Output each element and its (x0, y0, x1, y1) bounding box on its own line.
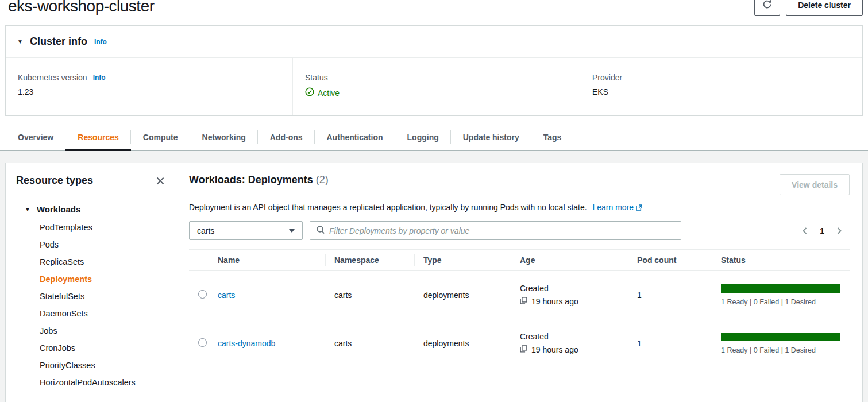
sidebar-title: Resource types (16, 175, 93, 187)
tab-update-history[interactable]: Update history (451, 124, 531, 150)
header-actions: Delete cluster (754, 0, 863, 16)
chevron-down-icon (289, 229, 295, 233)
deployment-name-link[interactable]: carts (218, 291, 235, 300)
kubernetes-version-info-link[interactable]: Info (93, 74, 106, 82)
deployments-table: Name Namespace Type Age Pod count Status… (189, 249, 850, 368)
field-label: Kubernetes version Info (18, 73, 280, 82)
field-kubernetes-version: Kubernetes version Info 1.23 (6, 58, 293, 115)
sidebar-item-cronjobs[interactable]: CronJobs (40, 339, 165, 357)
field-label: Status (305, 73, 568, 82)
table-row: carts-dynamodb carts deployments Created… (189, 319, 850, 368)
chevron-down-icon: ▼ (17, 38, 23, 45)
sidebar-item-jobs[interactable]: Jobs (40, 322, 165, 339)
delete-cluster-button[interactable]: Delete cluster (786, 0, 863, 16)
filter-row: carts 1 (189, 221, 850, 240)
page-title: eks-workshop-cluster (8, 0, 860, 15)
tab-resources[interactable]: Resources (65, 124, 131, 150)
next-page-icon[interactable] (836, 227, 843, 235)
cell-namespace: carts (325, 271, 414, 319)
panel-title: Workloads: Deployments (2) (189, 174, 329, 186)
chevron-down-icon: ▼ (25, 202, 30, 218)
resources-panel: Resource types ▼ Workloads PodTemplates … (5, 163, 863, 402)
deployments-panel: Workloads: Deployments (2) View details … (176, 163, 862, 402)
cluster-info-info-link[interactable]: Info (94, 38, 107, 46)
column-header-pod-count: Pod count (628, 250, 712, 271)
tab-networking[interactable]: Networking (190, 124, 258, 150)
pagination: 1 (801, 226, 850, 235)
cell-pod-count: 1 (628, 271, 712, 319)
status-badge: Active (305, 87, 568, 98)
refresh-button[interactable] (754, 0, 780, 16)
sidebar-item-statefulsets[interactable]: StatefulSets (40, 288, 165, 305)
column-header-type: Type (414, 250, 511, 271)
cell-status: 1 Ready | 0 Failed | 1 Desired (712, 319, 850, 368)
age-created-label: Created (520, 284, 619, 293)
resource-tree: ▼ Workloads PodTemplates Pods ReplicaSet… (16, 202, 165, 391)
age-created-label: Created (520, 332, 619, 341)
cell-age: Created 19 hours ago (511, 319, 628, 368)
tab-tags[interactable]: Tags (531, 124, 574, 150)
cell-namespace: carts (325, 319, 414, 368)
cluster-info-header[interactable]: ▼ Cluster info Info (6, 26, 862, 58)
deployment-name-link[interactable]: carts-dynamodb (218, 339, 275, 348)
current-page[interactable]: 1 (820, 226, 824, 235)
tree-group-workloads[interactable]: ▼ Workloads (16, 202, 165, 218)
column-header-name: Name (209, 250, 325, 271)
field-status: Status Active (293, 58, 580, 115)
field-provider: Provider EKS (580, 58, 862, 115)
field-label: Provider (592, 73, 850, 82)
filter-dropdown[interactable]: carts (189, 221, 303, 240)
sidebar-item-pods[interactable]: Pods (40, 236, 165, 253)
tab-authentication[interactable]: Authentication (315, 124, 395, 150)
learn-more-link[interactable]: Learn more (593, 203, 643, 212)
sidebar-item-priorityclasses[interactable]: PriorityClasses (40, 357, 165, 374)
tab-compute[interactable]: Compute (131, 124, 190, 150)
row-radio-button[interactable] (198, 290, 207, 299)
tab-overview[interactable]: Overview (6, 124, 65, 150)
cell-pod-count: 1 (628, 319, 712, 368)
copy-icon[interactable] (520, 345, 527, 354)
view-details-button[interactable]: View details (780, 174, 850, 195)
row-radio-button[interactable] (198, 338, 207, 347)
status-bar (721, 284, 840, 293)
sidebar-item-podtemplates[interactable]: PodTemplates (40, 219, 165, 236)
close-icon[interactable] (155, 176, 165, 186)
sidebar-item-horizontalpodautoscalers[interactable]: HorizontalPodAutoscalers (40, 374, 165, 391)
sidebar-item-daemonsets[interactable]: DaemonSets (40, 305, 165, 322)
refresh-icon (762, 0, 772, 11)
sidebar-item-deployments[interactable]: Deployments (40, 270, 165, 288)
filter-dropdown-value: carts (197, 226, 214, 235)
search-input[interactable] (329, 226, 675, 235)
cluster-info-card: ▼ Cluster info Info Kubernetes version I… (5, 25, 863, 116)
panel-description: Deployment is an API object that manages… (189, 203, 850, 213)
search-icon (316, 225, 325, 236)
provider-value: EKS (592, 87, 850, 96)
age-value: 19 hours ago (531, 297, 578, 306)
status-label: 1 Ready | 0 Failed | 1 Desired (721, 346, 840, 354)
status-label: 1 Ready | 0 Failed | 1 Desired (721, 298, 840, 306)
age-value: 19 hours ago (531, 345, 578, 354)
cell-status: 1 Ready | 0 Failed | 1 Desired (712, 271, 850, 319)
content-area: Resource types ▼ Workloads PodTemplates … (0, 151, 868, 402)
tab-logging[interactable]: Logging (395, 124, 451, 150)
table-row: carts carts deployments Created 19 hours… (189, 271, 850, 319)
column-header-status: Status (712, 250, 850, 271)
cell-type: deployments (414, 271, 511, 319)
status-bar (721, 333, 840, 341)
cell-age: Created 19 hours ago (511, 271, 628, 319)
copy-icon[interactable] (520, 297, 527, 306)
sidebar-item-replicasets[interactable]: ReplicaSets (40, 253, 165, 270)
previous-page-icon[interactable] (801, 227, 808, 235)
cluster-info-title: Cluster info (30, 36, 87, 48)
resource-types-sidebar: Resource types ▼ Workloads PodTemplates … (6, 163, 176, 402)
page-top-band: eks-workshop-cluster Delete cluster ▼ Cl… (0, 0, 868, 151)
selection-column-header (189, 250, 209, 271)
page-header: eks-workshop-cluster Delete cluster (0, 0, 868, 17)
kubernetes-version-value: 1.23 (18, 87, 280, 96)
check-circle-icon (305, 87, 314, 98)
tabs-bar: Overview Resources Compute Networking Ad… (0, 124, 868, 151)
table-header-row: Name Namespace Type Age Pod count Status (189, 250, 850, 271)
cluster-info-body: Kubernetes version Info 1.23 Status Acti… (6, 58, 862, 115)
tab-add-ons[interactable]: Add-ons (258, 124, 315, 150)
search-box (310, 221, 681, 240)
